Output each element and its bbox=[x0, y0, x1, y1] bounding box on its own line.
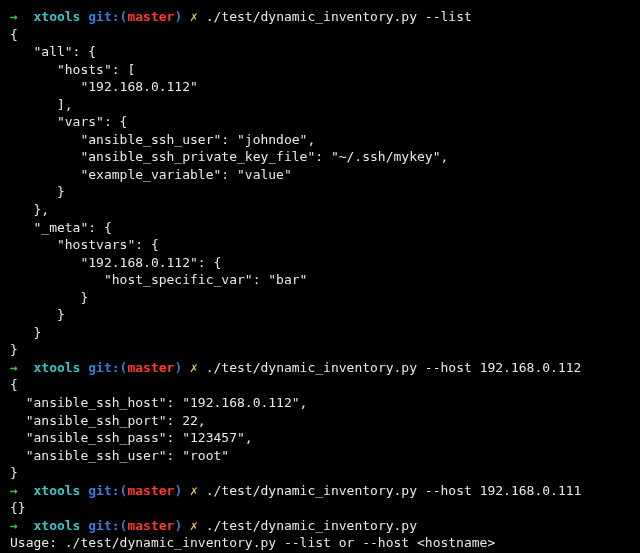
output-line: } bbox=[10, 464, 630, 482]
output-line: "ansible_ssh_pass": "123457", bbox=[10, 429, 630, 447]
prompt-dir: xtools bbox=[33, 9, 80, 24]
output-line: ], bbox=[10, 96, 630, 114]
output-line: "ansible_ssh_user": "root" bbox=[10, 447, 630, 465]
output-line: "vars": { bbox=[10, 113, 630, 131]
output-line: { bbox=[10, 26, 630, 44]
output-line: } bbox=[10, 183, 630, 201]
output-line: "example_variable": "value" bbox=[10, 166, 630, 184]
prompt-arrow: → bbox=[10, 483, 18, 498]
prompt-status-icon: ✗ bbox=[190, 360, 198, 375]
prompt-line-2: → xtools git:(master) ✗ ./test/dynamic_i… bbox=[10, 359, 630, 377]
prompt-git: git: bbox=[88, 360, 119, 375]
output-line: "192.168.0.112": { bbox=[10, 254, 630, 272]
prompt-rparen: ) bbox=[174, 518, 182, 533]
output-line: "192.168.0.112" bbox=[10, 78, 630, 96]
command-2: ./test/dynamic_inventory.py --host 192.1… bbox=[206, 360, 582, 375]
output-line: } bbox=[10, 324, 630, 342]
output-line: "ansible_ssh_host": "192.168.0.112", bbox=[10, 394, 630, 412]
output-line: "_meta": { bbox=[10, 219, 630, 237]
output-line: "host_specific_var": "bar" bbox=[10, 271, 630, 289]
output-line: }, bbox=[10, 201, 630, 219]
output-line: "ansible_ssh_port": 22, bbox=[10, 412, 630, 430]
output-line: Usage: ./test/dynamic_inventory.py --lis… bbox=[10, 534, 630, 552]
prompt-rparen: ) bbox=[174, 360, 182, 375]
prompt-rparen: ) bbox=[174, 483, 182, 498]
command-3: ./test/dynamic_inventory.py --host 192.1… bbox=[206, 483, 582, 498]
prompt-status-icon: ✗ bbox=[190, 9, 198, 24]
output-line: "all": { bbox=[10, 43, 630, 61]
output-line: "hosts": [ bbox=[10, 61, 630, 79]
output-line: "ansible_ssh_private_key_file": "~/.ssh/… bbox=[10, 148, 630, 166]
prompt-line-4: → xtools git:(master) ✗ ./test/dynamic_i… bbox=[10, 517, 630, 535]
prompt-branch: master bbox=[127, 483, 174, 498]
output-line: "hostvars": { bbox=[10, 236, 630, 254]
output-line: } bbox=[10, 289, 630, 307]
prompt-arrow: → bbox=[10, 360, 18, 375]
prompt-git: git: bbox=[88, 483, 119, 498]
prompt-dir: xtools bbox=[33, 360, 80, 375]
command-4: ./test/dynamic_inventory.py bbox=[206, 518, 417, 533]
prompt-dir: xtools bbox=[33, 518, 80, 533]
prompt-arrow: → bbox=[10, 9, 18, 24]
prompt-line-3: → xtools git:(master) ✗ ./test/dynamic_i… bbox=[10, 482, 630, 500]
prompt-branch: master bbox=[127, 360, 174, 375]
prompt-branch: master bbox=[127, 9, 174, 24]
output-line: } bbox=[10, 341, 630, 359]
prompt-line-1: → xtools git:(master) ✗ ./test/dynamic_i… bbox=[10, 8, 630, 26]
prompt-dir: xtools bbox=[33, 483, 80, 498]
output-line: "ansible_ssh_user": "johndoe", bbox=[10, 131, 630, 149]
prompt-git: git: bbox=[88, 9, 119, 24]
prompt-status-icon: ✗ bbox=[190, 518, 198, 533]
prompt-branch: master bbox=[127, 518, 174, 533]
prompt-rparen: ) bbox=[174, 9, 182, 24]
prompt-git: git: bbox=[88, 518, 119, 533]
prompt-arrow: → bbox=[10, 518, 18, 533]
command-1: ./test/dynamic_inventory.py --list bbox=[206, 9, 472, 24]
prompt-status-icon: ✗ bbox=[190, 483, 198, 498]
output-line: } bbox=[10, 306, 630, 324]
output-line: {} bbox=[10, 499, 630, 517]
output-line: { bbox=[10, 376, 630, 394]
